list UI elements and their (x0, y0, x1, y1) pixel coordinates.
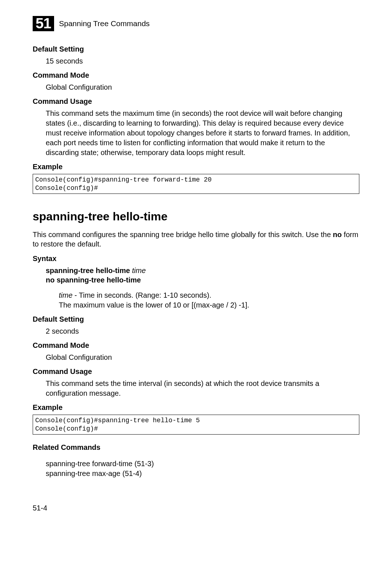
syntax-line1-bold: spanning-tree hello-time (46, 266, 132, 274)
syntax-block: spanning-tree hello-time time no spannin… (46, 266, 359, 285)
command-usage-text: This command sets the maximum time (in s… (46, 109, 359, 158)
param-text1: - Time in seconds. (Range: 1-10 seconds)… (73, 291, 211, 299)
related-command-2: spanning-tree max-age (51-4) (46, 469, 142, 477)
default-setting-heading-2: Default Setting (33, 315, 359, 323)
example-heading: Example (33, 163, 359, 171)
command-mode-value-2: Global Configuration (46, 353, 359, 362)
intro-text: This command configures the spanning tre… (33, 230, 359, 249)
page-number: 51-4 (33, 504, 359, 512)
command-usage-heading-2: Command Usage (33, 367, 359, 376)
intro-bold: no (333, 231, 342, 239)
chapter-number-box: 51 (33, 16, 54, 31)
default-setting-heading: Default Setting (33, 45, 359, 53)
command-mode-heading: Command Mode (33, 71, 359, 80)
default-setting-value-2: 2 seconds (46, 326, 359, 336)
command-mode-heading-2: Command Mode (33, 341, 359, 350)
command-mode-value: Global Configuration (46, 82, 359, 92)
chapter-title: Spanning Tree Commands (59, 19, 150, 28)
syntax-heading: Syntax (33, 255, 359, 263)
syntax-line2-bold: no spanning-tree hello-time (46, 276, 141, 284)
default-setting-value: 15 seconds (46, 56, 359, 66)
command-usage-text-2: This command sets the time interval (in … (46, 379, 359, 398)
example-heading-2: Example (33, 403, 359, 412)
related-commands-heading: Related Commands (33, 443, 359, 452)
page: 51 Spanning Tree Commands Default Settin… (0, 0, 392, 534)
intro-part1: This command configures the spanning tre… (33, 231, 333, 239)
param-block: time - Time in seconds. (Range: 1-10 sec… (59, 290, 359, 310)
param-italic: time (59, 291, 73, 299)
command-usage-heading: Command Usage (33, 97, 359, 106)
example-code-block-2: Console(config)#spanning-tree hello-time… (33, 415, 359, 435)
example-code-block: Console(config)#spanning-tree forward-ti… (33, 174, 359, 194)
related-command-1: spanning-tree forward-time (51-3) (46, 460, 154, 468)
command-title: spanning-tree hello-time (33, 210, 359, 223)
param-text2: The maximum value is the lower of 10 or … (59, 301, 249, 309)
page-header: 51 Spanning Tree Commands (33, 16, 359, 31)
syntax-line1-italic: time (132, 266, 146, 274)
related-commands-block: spanning-tree forward-time (51-3) spanni… (46, 459, 359, 479)
